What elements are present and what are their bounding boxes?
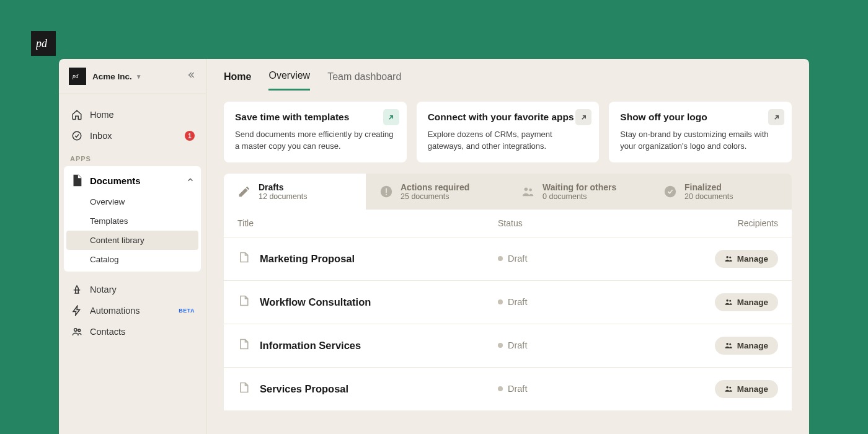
- promo-title: Show off your logo: [620, 112, 781, 123]
- contacts-icon: [70, 326, 84, 337]
- tab-home[interactable]: Home: [224, 71, 251, 90]
- chevron-up-icon: [186, 175, 195, 186]
- org-name: Acme Inc.: [92, 72, 132, 81]
- beta-badge: BETA: [179, 308, 195, 314]
- nav-documents-overview[interactable]: Overview: [64, 192, 201, 211]
- tab-team-dashboard[interactable]: Team dashboard: [327, 71, 401, 90]
- nav-documents[interactable]: Documents: [64, 169, 201, 192]
- arrow-icon: [383, 109, 399, 125]
- nav-inbox-label: Inbox: [90, 131, 112, 141]
- svg-point-2: [73, 131, 81, 140]
- svg-rect-6: [386, 188, 387, 192]
- file-icon: [237, 251, 250, 266]
- table-row[interactable]: Marketing Proposal Draft Manage: [224, 237, 792, 281]
- status-tab-drafts[interactable]: Drafts 12 documents: [224, 174, 366, 210]
- nav-automations-label: Automations: [90, 306, 140, 316]
- org-switcher[interactable]: pd Acme Inc. ▼: [59, 68, 206, 94]
- nav-documents-catalog[interactable]: Catalog: [64, 250, 201, 269]
- svg-point-3: [74, 329, 78, 332]
- apps-section-label: APPS: [59, 146, 206, 166]
- svg-point-12: [729, 257, 731, 259]
- file-icon: [237, 294, 250, 309]
- inbox-icon: [70, 130, 84, 141]
- nav-documents-templates[interactable]: Templates: [64, 211, 201, 231]
- svg-point-13: [726, 299, 728, 302]
- status-dot-icon: [498, 386, 503, 391]
- people-icon: [521, 185, 535, 198]
- doc-title: Marketing Proposal: [260, 253, 498, 265]
- nav-notary[interactable]: Notary: [64, 279, 201, 300]
- svg-rect-7: [386, 193, 387, 195]
- tab-overview[interactable]: Overview: [268, 70, 310, 91]
- nav-inbox[interactable]: Inbox 1: [64, 125, 201, 146]
- promo-title: Save time with templates: [235, 112, 396, 123]
- org-logo-icon: pd: [69, 68, 86, 85]
- promo-branding-card[interactable]: Show off your logo Stay on-brand by cust…: [609, 102, 792, 162]
- nav-documents-label: Documents: [90, 175, 141, 186]
- check-circle-icon: [663, 185, 677, 198]
- pencil-icon: [237, 185, 251, 198]
- promo-integrations-card[interactable]: Connect with your favorite apps Explore …: [417, 102, 600, 162]
- promo-body: Explore dozens of CRMs, payment gateways…: [428, 129, 588, 153]
- manage-button[interactable]: Manage: [715, 380, 778, 398]
- svg-point-11: [726, 256, 728, 259]
- nav-notary-label: Notary: [90, 285, 117, 294]
- caret-down-icon: ▼: [136, 73, 142, 80]
- svg-point-15: [726, 343, 728, 345]
- file-icon: [237, 381, 250, 396]
- nav-contacts-label: Contacts: [90, 327, 125, 337]
- doc-status: Draft: [498, 254, 696, 264]
- nav-contacts[interactable]: Contacts: [64, 321, 201, 342]
- manage-button[interactable]: Manage: [715, 293, 778, 311]
- status-sub: 0 documents: [542, 192, 616, 201]
- doc-status: Draft: [498, 297, 696, 307]
- status-sub: 20 documents: [684, 192, 733, 201]
- doc-status: Draft: [498, 340, 696, 350]
- promo-body: Stay on-brand by customizing emails with…: [620, 129, 781, 153]
- main-content: Home Overview Team dashboard Save time w…: [206, 59, 809, 434]
- app-window: pd Acme Inc. ▼ Home Inbox 1 APPS Docu: [59, 59, 809, 434]
- status-dot-icon: [498, 343, 503, 348]
- status-tab-waiting[interactable]: Waiting for others 0 documents: [508, 174, 650, 210]
- svg-text:pd: pd: [73, 73, 79, 79]
- svg-point-8: [525, 187, 528, 191]
- col-status: Status: [498, 218, 696, 228]
- table-row[interactable]: Information Services Draft Manage: [224, 324, 792, 368]
- svg-point-16: [729, 343, 731, 345]
- status-title: Actions required: [401, 182, 469, 192]
- status-filter-strip: Drafts 12 documents Actions required 25 …: [224, 174, 792, 210]
- svg-point-18: [729, 387, 731, 389]
- arrow-icon: [768, 109, 784, 125]
- nav-documents-group: Documents Overview Templates Content lib…: [64, 166, 201, 272]
- status-tab-finalized[interactable]: Finalized 20 documents: [650, 174, 792, 210]
- table-row[interactable]: Workflow Consultation Draft Manage: [224, 281, 792, 324]
- status-sub: 12 documents: [259, 192, 308, 201]
- doc-title: Information Services: [260, 340, 498, 352]
- svg-point-14: [729, 300, 731, 302]
- svg-point-17: [726, 386, 728, 389]
- manage-button[interactable]: Manage: [715, 337, 778, 355]
- home-icon: [70, 109, 84, 120]
- status-title: Waiting for others: [542, 182, 616, 192]
- nav-home[interactable]: Home: [64, 104, 201, 125]
- arrow-icon: [575, 109, 591, 125]
- doc-status: Draft: [498, 384, 696, 394]
- notary-icon: [70, 284, 84, 295]
- doc-title: Workflow Consultation: [260, 296, 498, 308]
- promo-cards-row: Save time with templates Send documents …: [206, 91, 809, 174]
- promo-templates-card[interactable]: Save time with templates Send documents …: [224, 102, 407, 162]
- col-recipients: Recipients: [696, 218, 778, 228]
- manage-button[interactable]: Manage: [715, 250, 778, 268]
- status-sub: 25 documents: [401, 192, 469, 201]
- status-tab-actions[interactable]: Actions required 25 documents: [366, 174, 508, 210]
- document-icon: [70, 174, 84, 187]
- collapse-sidebar-button[interactable]: [186, 70, 196, 82]
- table-row[interactable]: Services Proposal Draft Manage: [224, 368, 792, 410]
- svg-text:pd: pd: [36, 37, 48, 50]
- table-header: Title Status Recipients: [224, 210, 792, 237]
- nav-automations[interactable]: Automations BETA: [64, 300, 201, 321]
- nav-documents-content-library[interactable]: Content library: [66, 231, 198, 250]
- status-dot-icon: [498, 256, 503, 261]
- alert-icon: [379, 185, 393, 198]
- col-title: Title: [237, 218, 498, 228]
